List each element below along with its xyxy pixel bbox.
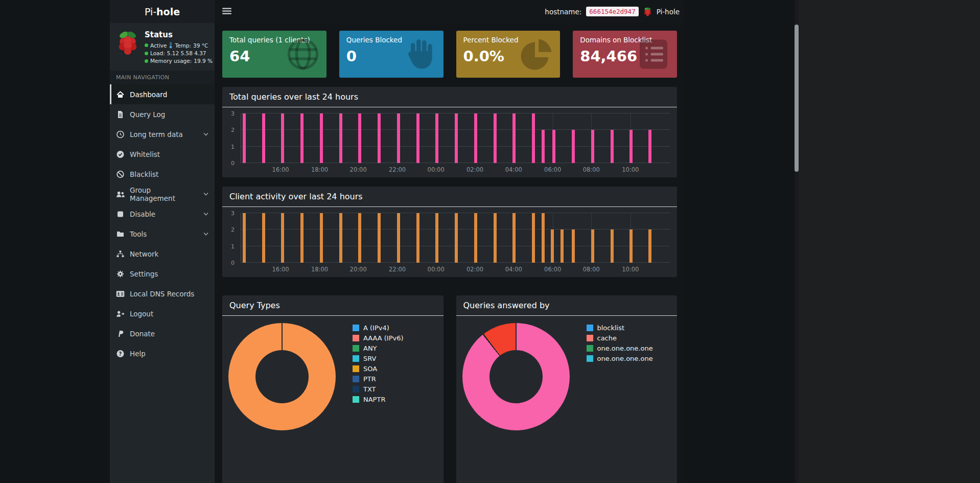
ban-icon — [116, 170, 125, 178]
sidebar-item-whitelist[interactable]: Whitelist — [110, 144, 215, 164]
sidebar-toggle-button[interactable] — [222, 7, 231, 15]
brand-logo[interactable]: Pi-hole — [110, 0, 215, 23]
y-tick-label: 2 — [231, 127, 235, 133]
query-bar[interactable] — [243, 213, 246, 263]
query-bar[interactable] — [416, 213, 419, 263]
query-bar[interactable] — [474, 113, 477, 163]
scrollbar-thumb[interactable] — [795, 25, 799, 172]
query-bar[interactable] — [281, 113, 284, 163]
donut-hole — [255, 350, 309, 403]
query-bar[interactable] — [243, 113, 246, 163]
x-tick-label: 08:00 — [583, 266, 600, 273]
query-bar[interactable] — [611, 229, 614, 263]
sidebar-item-donate[interactable]: Donate — [110, 324, 215, 343]
folder-icon — [116, 230, 125, 238]
x-tick-label: 04:00 — [505, 166, 522, 173]
query-bar[interactable] — [281, 213, 284, 263]
sidebar-item-network[interactable]: Network — [110, 244, 215, 264]
query-bar[interactable] — [551, 229, 554, 263]
memory-value: 19.9 % — [194, 58, 213, 64]
query-bar[interactable] — [416, 113, 419, 163]
query-bar[interactable] — [572, 229, 575, 263]
query-bar[interactable] — [300, 213, 304, 263]
query-bar[interactable] — [339, 213, 342, 263]
query-bar[interactable] — [378, 113, 381, 163]
query-bar[interactable] — [542, 213, 545, 263]
sidebar-item-help[interactable]: ?Help — [110, 343, 215, 363]
legend-item-blocklist[interactable]: blocklist — [587, 324, 653, 332]
status-title: Status — [145, 30, 213, 39]
sidebar-item-disable[interactable]: Disable — [110, 204, 215, 224]
brand-prefix: Pi- — [145, 6, 156, 17]
paypal-icon — [116, 330, 125, 338]
legend-item-any[interactable]: ANY — [353, 344, 404, 352]
legend-item-one-one-one-one[interactable]: one.one.one.one — [587, 355, 653, 362]
sidebar-item-group-management[interactable]: Group Management — [110, 184, 215, 204]
query-bar[interactable] — [320, 113, 323, 163]
legend-item-naptr[interactable]: NAPTR — [353, 396, 404, 403]
legend-item-soa[interactable]: SOA — [353, 365, 404, 373]
query-bar[interactable] — [542, 130, 545, 163]
query-bar[interactable] — [358, 113, 361, 163]
query-bar[interactable] — [358, 213, 361, 263]
sidebar-item-long-term-data[interactable]: Long term data — [110, 124, 215, 144]
query-bar[interactable] — [512, 113, 516, 163]
query-bar[interactable] — [435, 113, 438, 163]
query-bar[interactable] — [262, 213, 265, 263]
sidebar-item-label: Group Management — [130, 186, 198, 202]
legend-item-txt[interactable]: TXT — [353, 385, 404, 393]
query-bar[interactable] — [532, 213, 535, 263]
query-bar[interactable] — [455, 213, 458, 263]
query-bar[interactable] — [648, 229, 651, 263]
total-queries-panel: Total queries over last 24 hours 0123 16… — [222, 87, 677, 177]
query-bar[interactable] — [561, 229, 564, 263]
query-bar[interactable] — [494, 213, 497, 263]
sidebar-item-blacklist[interactable]: Blacklist — [110, 164, 215, 184]
legend-item-ptr[interactable]: PTR — [353, 375, 404, 383]
query-bar[interactable] — [629, 229, 633, 263]
panel-title-text: Client activity over last 24 hours — [229, 192, 363, 201]
sidebar-item-local-dns-records[interactable]: Local DNS Records — [110, 284, 215, 304]
query-bar[interactable] — [262, 113, 265, 163]
client-activity-chart[interactable]: 0123 16:0018:0020:0022:0000:0002:0004:00… — [222, 207, 677, 277]
legend-item-srv[interactable]: SRV — [353, 355, 404, 362]
query-bar[interactable] — [300, 113, 304, 163]
query-bar[interactable] — [494, 113, 497, 163]
query-bar[interactable] — [552, 130, 555, 163]
sidebar-item-label: Whitelist — [130, 150, 160, 158]
query-bar[interactable] — [455, 113, 458, 163]
total-queries-chart[interactable]: 0123 16:0018:0020:0022:0000:0002:0004:00… — [222, 107, 677, 177]
query-bar[interactable] — [397, 213, 400, 263]
stop-icon — [116, 210, 125, 218]
query-bar[interactable] — [572, 130, 575, 163]
legend-item-aaaa-ipv6[interactable]: AAAA (IPv6) — [353, 334, 404, 342]
sidebar-item-label: Dashboard — [130, 90, 167, 99]
sidebar-item-dashboard[interactable]: Dashboard — [110, 84, 215, 104]
query-bar[interactable] — [339, 113, 342, 163]
legend-item-a-ipv4[interactable]: A (IPv4) — [353, 324, 404, 332]
query-bar[interactable] — [435, 213, 438, 263]
queries-answered-donut[interactable] — [462, 323, 570, 430]
query-bar[interactable] — [591, 229, 594, 263]
sidebar-item-query-log[interactable]: Query Log — [110, 104, 215, 124]
query-bar[interactable] — [320, 213, 323, 263]
query-bar[interactable] — [591, 130, 594, 163]
query-bar[interactable] — [397, 113, 400, 163]
legend-label: one.one.one.one — [597, 344, 653, 352]
query-bar[interactable] — [611, 130, 614, 163]
query-bar[interactable] — [648, 130, 651, 163]
sidebar-item-settings[interactable]: Settings — [110, 264, 215, 284]
temp-value: 39 °C — [193, 42, 208, 49]
legend-item-cache[interactable]: cache — [587, 334, 653, 342]
query-bar[interactable] — [512, 213, 516, 263]
legend-label: A (IPv4) — [363, 324, 389, 332]
legend-label: AAAA (IPv6) — [363, 334, 404, 342]
legend-item-one-one-one-one[interactable]: one.one.one.one — [587, 344, 653, 352]
query-bar[interactable] — [474, 213, 477, 263]
query-bar[interactable] — [629, 130, 633, 163]
sidebar-item-logout[interactable]: Logout — [110, 304, 215, 324]
sidebar-item-tools[interactable]: Tools — [110, 224, 215, 244]
query-types-donut[interactable] — [228, 323, 336, 430]
query-bar[interactable] — [532, 113, 535, 163]
query-bar[interactable] — [378, 213, 381, 263]
